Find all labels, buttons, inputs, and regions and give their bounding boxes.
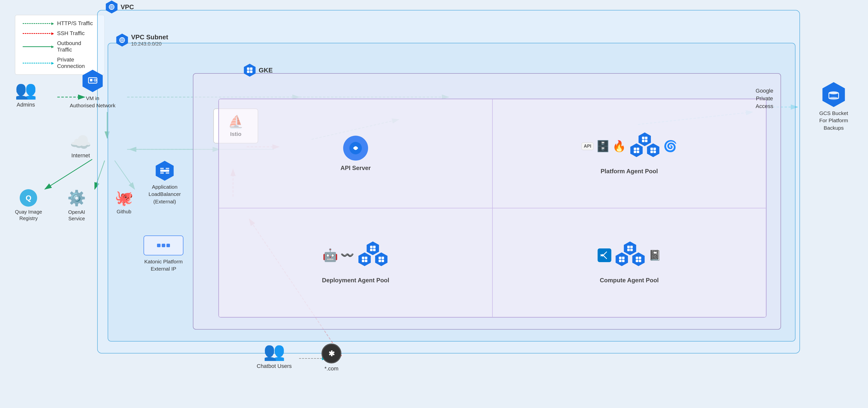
- internet-label: Internet: [71, 152, 90, 159]
- svg-point-33: [354, 147, 357, 149]
- svg-rect-30: [247, 70, 249, 73]
- diagram-container: HTTP/S Traffic SSH Traffic Outbound Traf…: [0, 0, 868, 408]
- openai-label: OpenAIService: [68, 209, 85, 222]
- robot-icon: 🤖: [322, 248, 338, 262]
- legend-line-ssh: [23, 33, 53, 34]
- svg-rect-76: [90, 79, 92, 81]
- svg-rect-56: [378, 260, 381, 262]
- cloud-icon: ☁️: [70, 132, 91, 152]
- svg-rect-53: [365, 260, 367, 262]
- jupyter-icon: 📓: [649, 249, 661, 261]
- flame-icon: 🔥: [612, 140, 626, 152]
- katonic-group: Katonic Platform External IP: [144, 236, 183, 273]
- panel-deployment-agent-pool: 🤖 〰️: [219, 208, 492, 317]
- deploy-hex-2: [358, 252, 372, 266]
- svg-rect-68: [636, 260, 638, 262]
- svg-rect-64: [619, 260, 622, 262]
- svg-rect-42: [650, 148, 653, 150]
- chatbot-users-label: Chatbot Users: [257, 363, 292, 369]
- svg-rect-37: [645, 140, 647, 142]
- platform-hex-1: [638, 132, 652, 146]
- svg-rect-52: [362, 260, 364, 262]
- svg-rect-62: [619, 257, 622, 259]
- vscode-icon: [598, 248, 611, 262]
- svg-rect-66: [636, 257, 638, 259]
- svg-rect-54: [378, 257, 381, 259]
- compute-agent-pool-label: Compute Agent Pool: [600, 277, 659, 284]
- legend-item-private: Private Connection: [23, 57, 97, 69]
- github-group: 🐙 Github: [115, 189, 133, 214]
- compute-hex-1: [623, 241, 637, 255]
- svg-rect-48: [370, 249, 373, 251]
- vpc-subnet-label-text: VPC Subnet: [131, 33, 168, 41]
- svg-rect-39: [637, 148, 639, 150]
- vpc-label-text: VPC: [121, 3, 134, 11]
- openai-icon: ⚙️: [67, 189, 86, 207]
- katonic-dot-2: [162, 244, 165, 247]
- svg-rect-60: [627, 249, 630, 251]
- svg-rect-58: [627, 246, 630, 248]
- compute-node-cluster: [614, 241, 646, 269]
- svg-rect-49: [373, 249, 376, 251]
- legend-label-private: Private Connection: [57, 57, 97, 69]
- app-lb-icon: [155, 161, 175, 181]
- svg-rect-71: [160, 168, 164, 169]
- app-lb-label: Application LoadBalancer (External): [149, 183, 181, 205]
- platform-hex-3: [647, 143, 660, 157]
- google-private-access-group: GooglePrivateAccess: [755, 87, 773, 114]
- vpc-hex-icon: [105, 0, 118, 13]
- api-server-label: API Server: [340, 165, 371, 171]
- svg-rect-34: [642, 137, 645, 139]
- database-icon: 🗄️: [596, 140, 610, 152]
- app-lb-group: Application LoadBalancer (External): [149, 161, 181, 205]
- platform-hex-2: [630, 143, 644, 157]
- vpc-subnet-hex-icon: [116, 34, 129, 46]
- compute-hex-3: [632, 252, 646, 266]
- svg-rect-41: [637, 150, 639, 153]
- katonic-label: Katonic Platform External IP: [144, 258, 183, 273]
- gke-label-text: GKE: [259, 66, 273, 74]
- compute-hex-2: [615, 252, 629, 266]
- api-server-icon: [343, 136, 368, 161]
- gke-inner-panels: API Server API 🗄️ 🔥: [218, 99, 767, 318]
- svg-rect-44: [650, 150, 653, 153]
- katonic-dot-3: [166, 244, 170, 247]
- gcs-label: GCS BucketFor PlatformBackups: [819, 109, 848, 131]
- svg-rect-28: [247, 67, 249, 70]
- panel-compute-agent-pool: 📓 Compute Agent Pool: [492, 208, 766, 317]
- vpc-label: VPC: [105, 0, 134, 13]
- svg-rect-65: [622, 260, 624, 262]
- vpc-subnet-cidr-text: 10.243.0.0/20: [131, 41, 168, 47]
- platform-node-cluster: [628, 132, 661, 160]
- panel-platform-agent-pool: API 🗄️ 🔥: [492, 99, 766, 208]
- grafana-icon: 🌀: [663, 140, 677, 152]
- dns-label: *.com: [324, 366, 338, 372]
- svg-rect-69: [639, 260, 641, 262]
- panel-api-server: API Server: [219, 99, 492, 208]
- svg-rect-67: [639, 257, 641, 259]
- legend-item-outbound: Outbound Traffic: [23, 40, 97, 53]
- quay-group: Q Quay ImageRegistry: [15, 189, 42, 222]
- svg-rect-73: [160, 172, 164, 174]
- legend-item-http: HTTP/S Traffic: [23, 20, 97, 27]
- gpa-label: GooglePrivateAccess: [755, 87, 773, 110]
- platform-agent-pool-icons: API 🗄️ 🔥: [581, 132, 677, 160]
- admins-label: Admins: [17, 102, 35, 108]
- katonic-dots: [157, 244, 170, 247]
- svg-rect-74: [166, 172, 169, 174]
- gke-hex-icon: [243, 64, 256, 77]
- gcs-hex: [821, 82, 846, 107]
- svg-rect-61: [630, 249, 633, 251]
- svg-rect-55: [381, 257, 384, 259]
- deployment-agent-pool-label: Deployment Agent Pool: [322, 277, 389, 284]
- legend-label-ssh: SSH Traffic: [57, 30, 85, 37]
- vpc-subnet-text-group: VPC Subnet 10.243.0.0/20: [131, 33, 168, 47]
- internet-group: ☁️ Internet: [70, 132, 91, 159]
- svg-rect-46: [370, 246, 373, 248]
- svg-rect-45: [653, 150, 656, 153]
- compute-icons: 📓: [598, 241, 661, 269]
- dns-group: ✱ *.com: [321, 343, 341, 372]
- legend-line-outbound: [23, 46, 53, 47]
- quay-icon: Q: [20, 189, 37, 207]
- svg-rect-50: [362, 257, 364, 259]
